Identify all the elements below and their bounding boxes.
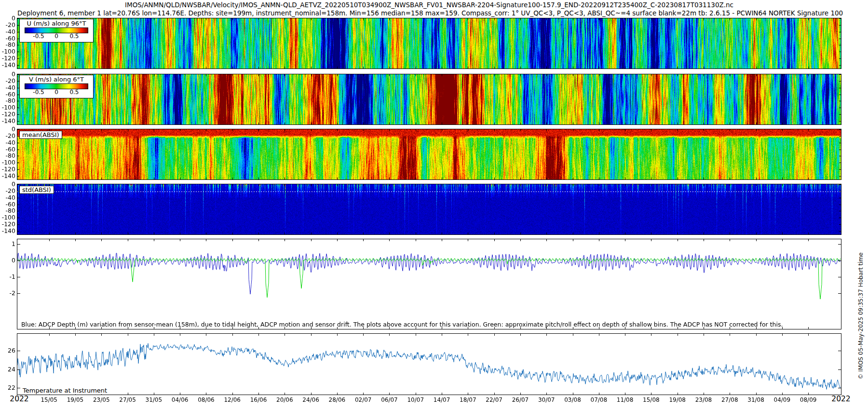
y-tick-label: -20 — [0, 132, 15, 139]
panel-v-velocity: V (m/s) along 6°T -0.5 0 0.5 — [17, 74, 841, 125]
y-tick-label: -20 — [0, 21, 15, 28]
y-tick-label: -120 — [0, 110, 15, 118]
y-tick-label: -80 — [0, 207, 15, 214]
y-tick-label: -40 — [0, 84, 15, 91]
figure-subtitle-deployment-info: Deployment 6, member 1 lat=20.76S lon=11… — [17, 9, 841, 17]
y-tick-label: 1 — [0, 240, 15, 247]
x-tick-label: 22/07 — [481, 396, 507, 403]
u-colorbar-wrap: -0.5 0 0.5 — [25, 27, 88, 41]
y-tick-label: 24 — [0, 366, 15, 373]
temperature-lineplot — [17, 334, 841, 395]
x-tick-label: 23/08 — [691, 396, 717, 403]
y-tick-label: -20 — [0, 77, 15, 84]
x-tick-label: 14/07 — [429, 396, 455, 403]
y-tick-label: 0 — [0, 180, 15, 188]
x-tick-label: 06/07 — [376, 396, 402, 403]
x-tick-label: 24/06 — [298, 396, 324, 403]
imos-copyright-watermark: © IMOS 05-May-2025 09:35:37 Hobart time — [857, 229, 864, 403]
mean-absi-heatmap — [17, 129, 841, 179]
y-tick-label: 0 — [0, 14, 15, 22]
x-tick-label: 30/07 — [533, 396, 559, 403]
x-tick-label: 16/06 — [245, 396, 271, 403]
x-tick-label: 19/08 — [665, 396, 691, 403]
u-colorbar-tick: 0 — [54, 33, 58, 40]
mean-absi-label: mean(ABSI) — [19, 131, 62, 139]
x-tick-label: 15/05 — [36, 396, 62, 403]
y-tick-label: -60 — [0, 201, 15, 208]
y-tick-label: -40 — [0, 139, 15, 146]
x-tick-label: 03/08 — [560, 396, 586, 403]
x-axis-year-start: 2022 — [2, 395, 36, 403]
v-legend-title: V (m/s) along 6°T — [20, 76, 93, 83]
figure: IMOS/ANMN/QLD/NWSBAR/Velocity/IMOS_ANMN-… — [0, 0, 868, 410]
panel-u-velocity: U (m/s) along 96°T -0.5 0 0.5 — [17, 18, 841, 69]
y-tick-label: -80 — [0, 97, 15, 104]
x-tick-label: 31/08 — [743, 396, 769, 403]
u-velocity-heatmap — [17, 18, 841, 68]
v-colorbar-wrap: -0.5 0 0.5 — [25, 83, 88, 97]
x-tick-label: 02/07 — [350, 396, 376, 403]
panel-temperature: Temperature at Instrument — [17, 333, 841, 395]
y-tick-label: -20 — [0, 187, 15, 194]
y-tick-label: -60 — [0, 146, 15, 153]
y-tick-label: -100 — [0, 104, 15, 111]
y-tick-label: -60 — [0, 91, 15, 98]
y-tick-label: -40 — [0, 28, 15, 35]
depth-variation-note: Blue: ADCP Depth (m) variation from sens… — [21, 321, 783, 328]
x-tick-label: 26/07 — [507, 396, 533, 403]
x-tick-label: 08/09 — [795, 396, 821, 403]
temperature-label: Temperature at Instrument — [21, 387, 108, 394]
x-tick-label: 19/05 — [62, 396, 88, 403]
y-tick-label: -80 — [0, 152, 15, 159]
y-tick-label: 26 — [0, 347, 15, 354]
y-tick-label: -120 — [0, 165, 15, 173]
y-tick-label: -100 — [0, 214, 15, 221]
v-colorbar-tick: 0 — [54, 89, 58, 96]
x-tick-label: 07/08 — [586, 396, 612, 403]
std-absi-heatmap — [17, 184, 841, 234]
y-tick-label: -2 — [0, 289, 15, 297]
x-tick-label: 31/05 — [141, 396, 167, 403]
x-axis-year-end: 2022 — [824, 395, 858, 403]
depth-variation-lineplot — [17, 239, 841, 329]
v-colorbar-tick: -0.5 — [33, 89, 44, 96]
y-tick-label: -140 — [0, 172, 15, 179]
y-tick-label: -100 — [0, 48, 15, 55]
x-tick-label: 27/08 — [717, 396, 743, 403]
panel-mean-absi: mean(ABSI) — [17, 129, 841, 180]
x-tick-label: 11/08 — [612, 396, 638, 403]
u-colorbar-legend: U (m/s) along 96°T -0.5 0 0.5 — [19, 19, 94, 42]
figure-title-filepath: IMOS/ANMN/QLD/NWSBAR/Velocity/IMOS_ANMN-… — [17, 1, 841, 9]
y-tick-label: -100 — [0, 159, 15, 166]
y-tick-label: -40 — [0, 194, 15, 201]
x-tick-label: 04/06 — [167, 396, 193, 403]
x-tick-label: 15/08 — [638, 396, 664, 403]
x-tick-label: 27/05 — [115, 396, 141, 403]
u-colorbar-tick: -0.5 — [33, 33, 44, 40]
x-tick-label: 28/06 — [324, 396, 350, 403]
y-tick-label: 0 — [0, 257, 15, 264]
v-velocity-heatmap — [17, 74, 841, 124]
v-colorbar-legend: V (m/s) along 6°T -0.5 0 0.5 — [19, 75, 94, 98]
y-tick-label: -140 — [0, 227, 15, 234]
x-tick-label: 12/06 — [219, 396, 245, 403]
x-tick-label: 08/06 — [193, 396, 219, 403]
y-tick-label: -80 — [0, 41, 15, 48]
y-tick-label: 0 — [0, 125, 15, 133]
x-tick-label: 10/07 — [403, 396, 429, 403]
y-tick-label: -60 — [0, 35, 15, 42]
y-tick-label: 22 — [0, 384, 15, 391]
u-legend-title: U (m/s) along 96°T — [20, 20, 93, 27]
y-tick-label: -120 — [0, 55, 15, 62]
y-tick-label: -1 — [0, 273, 15, 280]
y-tick-label: -140 — [0, 61, 15, 68]
y-tick-label: -140 — [0, 117, 15, 124]
y-tick-label: 0 — [0, 70, 15, 78]
y-tick-label: -120 — [0, 220, 15, 228]
x-tick-label: 20/06 — [271, 396, 298, 403]
panel-depth-variation: Blue: ADCP Depth (m) variation from sens… — [17, 239, 841, 329]
std-absi-label: std(ABSI) — [19, 186, 54, 194]
x-tick-label: 04/09 — [769, 396, 795, 403]
x-tick-label: 18/07 — [455, 396, 481, 403]
v-colorbar-tick: 0.5 — [69, 89, 79, 96]
